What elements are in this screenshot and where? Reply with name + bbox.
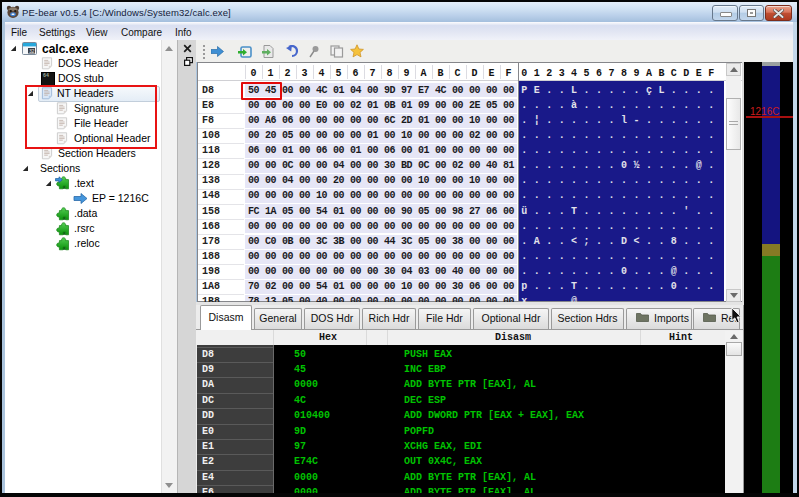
svg-text:32: 32 (29, 49, 35, 54)
